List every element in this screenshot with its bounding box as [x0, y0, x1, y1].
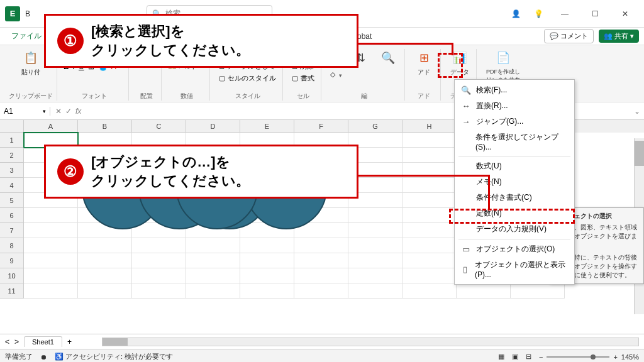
cell[interactable]: [294, 253, 348, 268]
cell[interactable]: [348, 223, 402, 238]
col-header[interactable]: G: [348, 120, 402, 133]
cell[interactable]: [402, 253, 457, 268]
cell[interactable]: [402, 208, 457, 223]
dd-selection-pane[interactable]: ▯オブジェクトの選択と表示(P)...: [455, 257, 574, 282]
add-sheet-button[interactable]: +: [67, 337, 72, 346]
row-header[interactable]: 10: [0, 268, 24, 283]
dd-conditional[interactable]: 条件付き書式(C): [455, 190, 574, 206]
col-header[interactable]: F: [294, 120, 348, 133]
view-normal-icon[interactable]: ▦: [498, 353, 504, 361]
cell[interactable]: [348, 253, 402, 268]
cell[interactable]: [186, 268, 240, 283]
cell-styles-button[interactable]: ▢ セルのスタイル: [216, 73, 279, 84]
col-header[interactable]: E: [240, 120, 294, 133]
close-button[interactable]: ✕: [611, 5, 639, 23]
accessibility-status[interactable]: ♿ アクセシビリティ: 検討が必要です: [55, 352, 173, 361]
sheet-nav-right[interactable]: >: [14, 337, 19, 346]
row-header[interactable]: 4: [0, 178, 24, 193]
cell[interactable]: [402, 283, 457, 299]
row-header[interactable]: 9: [0, 253, 24, 268]
cell[interactable]: [186, 283, 240, 299]
cell[interactable]: [240, 253, 294, 268]
cell[interactable]: [186, 253, 240, 268]
cell[interactable]: [511, 283, 565, 299]
dd-formulas[interactable]: 数式(U): [455, 158, 574, 174]
cell[interactable]: [294, 238, 348, 253]
row-header[interactable]: 7: [0, 223, 24, 238]
format-cells-button[interactable]: ▢ 書式: [289, 73, 317, 84]
cell[interactable]: [132, 238, 186, 253]
comments-button[interactable]: 💬 コメント: [544, 29, 594, 43]
row-header[interactable]: 11: [0, 283, 24, 299]
horizontal-scrollbar[interactable]: [102, 337, 639, 346]
expand-formula-icon[interactable]: ⌄: [630, 107, 644, 116]
cell[interactable]: [294, 268, 348, 283]
paste-button[interactable]: 📋貼り付: [18, 49, 43, 77]
cell[interactable]: [24, 283, 78, 299]
share-button[interactable]: 👥 共有 ▾: [599, 30, 639, 43]
minimize-button[interactable]: —: [551, 5, 579, 23]
sheet-tab[interactable]: Sheet1: [24, 336, 62, 347]
cell[interactable]: [402, 238, 457, 253]
row-header[interactable]: 5: [0, 193, 24, 208]
enter-formula-icon[interactable]: ✓: [65, 107, 72, 116]
cell[interactable]: [294, 283, 348, 299]
cell[interactable]: [78, 253, 132, 268]
dd-replace[interactable]: ↔置換(R)...: [455, 98, 574, 114]
cell[interactable]: [24, 253, 78, 268]
cell[interactable]: [457, 283, 511, 299]
cell[interactable]: [348, 268, 402, 283]
fx-icon[interactable]: fx: [75, 107, 81, 116]
cell[interactable]: [402, 223, 457, 238]
cell[interactable]: [402, 193, 457, 208]
zoom-out-button[interactable]: −: [539, 353, 543, 361]
cell[interactable]: [240, 283, 294, 299]
dd-select-objects[interactable]: ▭オブジェクトの選択(O): [455, 241, 574, 257]
cell[interactable]: [402, 178, 457, 193]
col-header[interactable]: H: [402, 120, 457, 133]
dd-goto[interactable]: →ジャンプ(G)...: [455, 114, 574, 129]
cell[interactable]: [24, 238, 78, 253]
row-header[interactable]: 8: [0, 238, 24, 253]
addins-button[interactable]: ⊞アド: [411, 49, 436, 77]
row-header[interactable]: 1: [0, 133, 24, 148]
col-header[interactable]: B: [78, 120, 132, 133]
col-header[interactable]: A: [24, 120, 78, 133]
cell[interactable]: [78, 268, 132, 283]
cell[interactable]: [402, 268, 457, 283]
cell[interactable]: [132, 253, 186, 268]
zoom-in-button[interactable]: +: [613, 353, 617, 361]
row-header[interactable]: 2: [0, 148, 24, 163]
maximize-button[interactable]: ☐: [581, 5, 609, 23]
name-box[interactable]: A1▾: [0, 107, 50, 116]
cell[interactable]: [78, 238, 132, 253]
account-icon[interactable]: 👤: [506, 5, 526, 23]
zoom-level[interactable]: 145%: [621, 353, 639, 361]
cancel-formula-icon[interactable]: ✕: [55, 107, 62, 116]
lightbulb-icon[interactable]: 💡: [528, 5, 548, 23]
cell[interactable]: [402, 148, 457, 163]
dd-find[interactable]: 🔍検索(F)...: [455, 82, 574, 98]
view-pagelayout-icon[interactable]: ▣: [512, 353, 518, 361]
cell[interactable]: [186, 238, 240, 253]
cell[interactable]: [78, 283, 132, 299]
col-header[interactable]: C: [132, 120, 186, 133]
cell[interactable]: [24, 268, 78, 283]
row-header[interactable]: 3: [0, 163, 24, 178]
cell[interactable]: [240, 238, 294, 253]
cell[interactable]: [402, 133, 457, 148]
tab-file[interactable]: ファイル: [5, 28, 48, 44]
cell[interactable]: [348, 208, 402, 223]
cell[interactable]: [348, 238, 402, 253]
view-pagebreak-icon[interactable]: ⊟: [526, 353, 531, 361]
cell[interactable]: [132, 268, 186, 283]
zoom-slider[interactable]: [547, 356, 609, 358]
col-header[interactable]: D: [186, 120, 240, 133]
dd-goto-special[interactable]: 条件を選択してジャンプ(S)...: [455, 129, 574, 154]
row-header[interactable]: 6: [0, 208, 24, 223]
cell[interactable]: [240, 268, 294, 283]
cell[interactable]: [24, 208, 78, 223]
cell[interactable]: [132, 283, 186, 299]
cell[interactable]: [24, 223, 78, 238]
macro-record-icon[interactable]: ⏺: [40, 353, 47, 361]
